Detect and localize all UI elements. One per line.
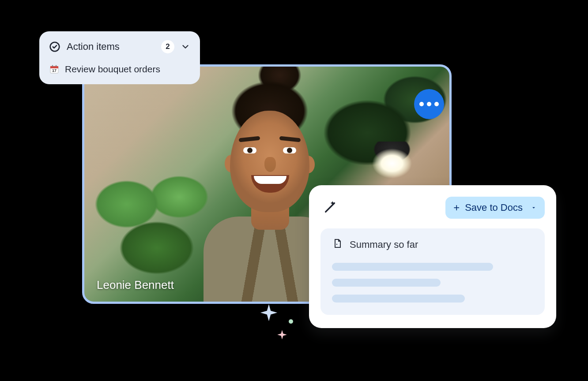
summary-body[interactable]: Summary so far — [320, 228, 545, 315]
summary-panel: + Save to Docs Summary so far — [309, 185, 556, 328]
more-options-button[interactable] — [414, 89, 444, 119]
action-item-label: Review bouquet orders — [65, 64, 160, 75]
chevron-down-icon — [181, 42, 190, 52]
action-item-row[interactable]: 17 Review bouquet orders — [49, 64, 190, 75]
sparkle-icon — [276, 329, 288, 340]
background-lamp — [361, 142, 423, 181]
summary-body-title: Summary so far — [350, 239, 418, 250]
dots-icon — [419, 102, 424, 106]
document-icon — [332, 238, 343, 251]
calendar-icon: 17 — [49, 64, 60, 75]
action-items-title: Action items — [67, 41, 155, 52]
save-to-docs-label: Save to Docs — [465, 202, 523, 213]
save-to-docs-button[interactable]: + Save to Docs — [445, 197, 545, 219]
participant-name-label: Leonie Bennett — [97, 278, 174, 292]
action-items-header[interactable]: Action items 2 — [49, 40, 190, 53]
svg-rect-3 — [52, 65, 53, 67]
svg-point-6 — [336, 244, 337, 245]
sparkle-dot — [289, 319, 293, 324]
dropdown-caret-icon — [531, 205, 537, 211]
action-items-panel: Action items 2 17 Review bouquet orders — [39, 31, 200, 84]
action-items-count-badge: 2 — [161, 40, 174, 53]
summary-placeholder-line — [332, 295, 465, 303]
checklist-icon — [49, 41, 60, 52]
svg-text:17: 17 — [52, 68, 57, 73]
sparkle-icon — [259, 303, 279, 323]
plus-icon: + — [453, 202, 460, 213]
summary-placeholder-line — [332, 279, 441, 287]
svg-rect-4 — [56, 65, 57, 67]
magic-wand-icon — [320, 199, 338, 216]
summary-placeholder-line — [332, 263, 493, 271]
